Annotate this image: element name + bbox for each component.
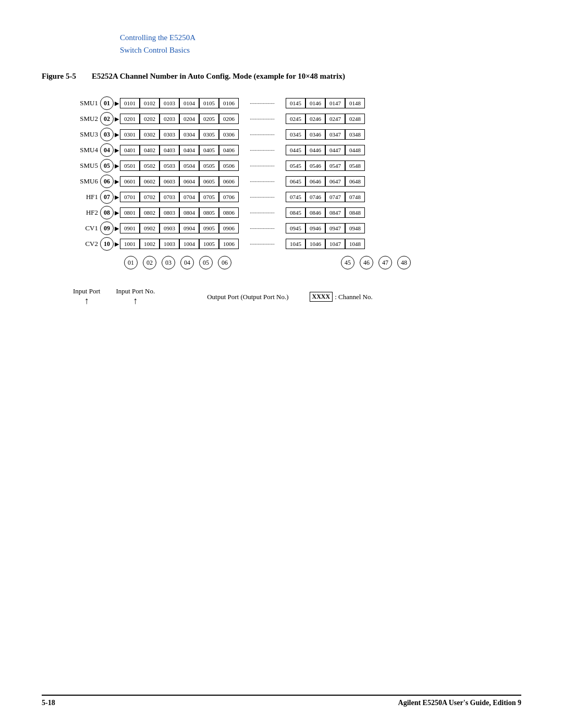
channel-box: 0101	[120, 98, 140, 108]
channel-box: 0105	[199, 98, 219, 108]
channel-box: 0401	[120, 145, 140, 155]
channel-box: 0905	[199, 223, 219, 233]
arrow-right-icon: ▶	[115, 163, 119, 169]
channel-box: 0547	[325, 161, 345, 171]
channel-box: 0902	[140, 223, 160, 233]
channel-box: 0104	[179, 98, 199, 108]
arrow-right-icon: ▶	[115, 147, 119, 154]
channel-box: 0247	[325, 114, 345, 124]
channel-box: 0345	[286, 129, 305, 140]
channel-box: 0303	[160, 129, 179, 140]
channel-box: 0304	[179, 129, 199, 140]
input-port-no-arrow-icon: ↑	[133, 295, 138, 306]
channel-box: 0601	[120, 176, 140, 187]
channel-box: 0505	[199, 161, 219, 171]
channel-box: 1045	[286, 239, 305, 249]
output-circle: 02	[143, 256, 156, 269]
channel-box: 0646	[305, 176, 325, 187]
input-port-arrow-icon: ↑	[84, 295, 89, 306]
channel-box: 0702	[140, 192, 160, 202]
matrix-row: HF107▶070107020703070407050706··········…	[73, 190, 542, 204]
input-circle: 01	[100, 96, 114, 110]
channel-box: 0945	[286, 223, 305, 233]
dots-gap: ···················	[239, 241, 286, 247]
output-port-row: 01020304050645464748	[73, 256, 542, 269]
figure-label: Figure 5-5	[42, 72, 76, 81]
channel-box: 0246	[305, 114, 325, 124]
channel-box: 0746	[305, 192, 325, 202]
channel-box: 0506	[219, 161, 239, 171]
row-label: SMU4	[73, 146, 98, 154]
channel-box: 0147	[325, 98, 345, 108]
channel-box: 0801	[120, 207, 140, 218]
channel-box: 0901	[120, 223, 140, 233]
channel-box: 0946	[305, 223, 325, 233]
row-label: SMU3	[73, 130, 98, 139]
channel-box: 0701	[120, 192, 140, 202]
matrix-row: CV109▶090109020903090409050906··········…	[73, 221, 542, 235]
input-circle: 09	[100, 221, 114, 235]
channel-box: 0903	[160, 223, 179, 233]
channel-box: 0706	[219, 192, 239, 202]
page: Controlling the E5250A Switch Control Ba…	[0, 0, 563, 728]
channel-box: 0804	[179, 207, 199, 218]
input-circle: 05	[100, 159, 114, 172]
channel-box: 0748	[345, 192, 365, 202]
arrow-right-icon: ▶	[115, 241, 119, 248]
channel-box: 0406	[219, 145, 239, 155]
input-circle: 07	[100, 190, 114, 204]
output-circle: 45	[341, 256, 354, 269]
channel-box: 0802	[140, 207, 160, 218]
output-circle: 04	[180, 256, 194, 269]
arrow-right-icon: ▶	[115, 116, 119, 122]
arrow-right-icon: ▶	[115, 225, 119, 232]
matrix-row: SMU101▶010101020103010401050106·········…	[73, 96, 542, 110]
dots-gap: ···················	[239, 101, 286, 106]
matrix-row: HF208▶080108020803080408050806··········…	[73, 206, 542, 219]
channel-box: 0203	[160, 114, 179, 124]
channel-no-label: : Channel No.	[335, 293, 373, 301]
input-circle: 03	[100, 128, 114, 141]
matrix-row: SMU202▶020102020203020402050206·········…	[73, 112, 542, 126]
dots-gap: ···················	[239, 194, 286, 200]
channel-box: 0347	[325, 129, 345, 140]
channel-box: 0546	[305, 161, 325, 171]
matrix-row: SMU303▶030103020303030403050306·········…	[73, 128, 542, 141]
channel-box: 0545	[286, 161, 305, 171]
legend-area: Input Port↑Input Port No.↑Output Port (O…	[73, 285, 542, 327]
channel-box: 0703	[160, 192, 179, 202]
breadcrumb-link2[interactable]: Switch Control Basics	[120, 44, 521, 56]
channel-box: 0605	[199, 176, 219, 187]
footer-title: Agilent E5250A User's Guide, Edition 9	[398, 699, 521, 707]
channel-box: 0845	[286, 207, 305, 218]
channel-box: 0201	[120, 114, 140, 124]
row-label: CV2	[73, 240, 98, 248]
channel-box: 0602	[140, 176, 160, 187]
dots-gap: ···················	[239, 226, 286, 231]
input-circle: 08	[100, 206, 114, 219]
channel-box: 1004	[179, 239, 199, 249]
channel-box: 1047	[325, 239, 345, 249]
xxxx-box: XXXX	[310, 292, 333, 302]
channel-box: 0306	[219, 129, 239, 140]
breadcrumb-link1[interactable]: Controlling the E5250A	[120, 31, 521, 44]
channel-box: 1003	[160, 239, 179, 249]
channel-box: 0348	[345, 129, 365, 140]
dots-gap: ···················	[239, 163, 286, 169]
input-circle: 04	[100, 143, 114, 157]
channel-box: 0501	[120, 161, 140, 171]
channel-box: 1046	[305, 239, 325, 249]
input-port-no-legend: Input Port No.↑	[116, 287, 155, 306]
channel-box: 0647	[325, 176, 345, 187]
arrow-right-icon: ▶	[115, 131, 119, 138]
channel-box: 0346	[305, 129, 325, 140]
channel-box: 0447	[325, 145, 345, 155]
diagram-container: SMU101▶010101020103010401050106·········…	[73, 96, 542, 269]
output-circle: 06	[218, 256, 231, 269]
channel-box: 0202	[140, 114, 160, 124]
channel-box: 0848	[345, 207, 365, 218]
output-circle: 48	[397, 256, 411, 269]
channel-box: 0404	[179, 145, 199, 155]
channel-box: 0705	[199, 192, 219, 202]
channel-box: 1001	[120, 239, 140, 249]
